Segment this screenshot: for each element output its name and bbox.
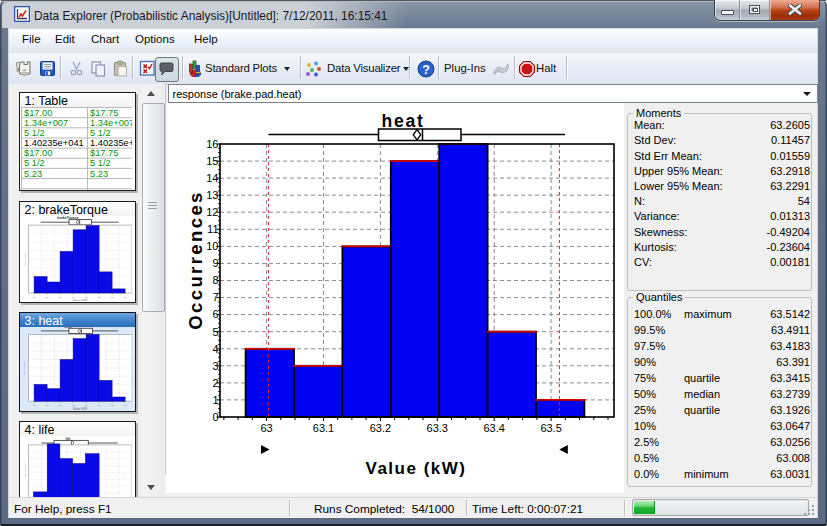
svg-text:5 1/2: 5 1/2: [24, 158, 45, 168]
svg-text:63.1: 63.1: [313, 422, 334, 434]
svg-text:Value (kW): Value (kW): [72, 406, 87, 409]
svg-text:$17.00: $17.00: [24, 148, 52, 158]
svg-text:$17.75: $17.75: [90, 148, 118, 158]
svg-text:63: 63: [45, 296, 48, 299]
svg-text:63: 63: [260, 422, 272, 434]
svg-text:5 1/2: 5 1/2: [90, 128, 111, 138]
svg-text:Occurrences: Occurrences: [23, 251, 26, 265]
svg-text:63: 63: [123, 403, 126, 406]
svg-text:11: 11: [207, 223, 218, 235]
svg-text:63: 63: [58, 403, 61, 406]
svg-text:?: ?: [422, 63, 430, 77]
svg-text:$17.00: $17.00: [24, 108, 52, 118]
svg-text:Value (kW): Value (kW): [72, 299, 87, 301]
svg-text:6: 6: [212, 308, 218, 320]
svg-text:5 1/2: 5 1/2: [24, 128, 45, 138]
svg-text:63: 63: [97, 403, 100, 406]
svg-text:63: 63: [32, 403, 35, 406]
svg-text:13: 13: [206, 189, 218, 201]
svg-text:1.34e+007: 1.34e+007: [24, 118, 68, 128]
svg-text:14: 14: [206, 172, 218, 184]
svg-text:Value (kW): Value (kW): [366, 459, 467, 478]
svg-text:5 1/2: 5 1/2: [90, 158, 111, 168]
svg-text:$17.75: $17.75: [90, 108, 118, 118]
svg-text:12: 12: [206, 206, 218, 218]
svg-text:9: 9: [212, 257, 218, 269]
svg-text:1.40235e+: 1.40235e+: [90, 138, 132, 148]
svg-text:4: 4: [212, 343, 218, 355]
svg-text:63.3: 63.3: [427, 422, 448, 434]
svg-text:63: 63: [123, 296, 126, 299]
svg-text:8: 8: [212, 274, 218, 286]
svg-text:1.40235e+041: 1.40235e+041: [24, 138, 84, 148]
svg-text:63: 63: [110, 296, 113, 299]
svg-text:63: 63: [45, 403, 48, 406]
svg-text:Occurrences: Occurrences: [23, 360, 26, 374]
svg-text:1.34e+007: 1.34e+007: [90, 118, 132, 128]
svg-text:heat: heat: [381, 111, 424, 131]
svg-text:7: 7: [212, 291, 218, 303]
svg-text:5: 5: [212, 326, 218, 338]
svg-text:63: 63: [110, 403, 113, 406]
svg-text:16: 16: [206, 138, 218, 150]
svg-text:0: 0: [212, 411, 218, 423]
svg-text:5.23: 5.23: [90, 169, 108, 179]
svg-text:Occurrences: Occurrences: [23, 462, 26, 476]
svg-text:63: 63: [32, 296, 35, 299]
svg-text:Occurrences: Occurrences: [185, 190, 206, 330]
svg-text:63.4: 63.4: [483, 422, 504, 434]
svg-text:15: 15: [206, 155, 218, 167]
svg-text:63.5: 63.5: [540, 422, 561, 434]
svg-text:3: 3: [212, 360, 218, 372]
svg-text:10: 10: [206, 240, 218, 252]
svg-text:63.2: 63.2: [370, 422, 391, 434]
svg-text:5.23: 5.23: [24, 169, 42, 179]
svg-text:2: 2: [212, 377, 218, 389]
svg-text:1: 1: [212, 394, 218, 406]
svg-text:63: 63: [97, 296, 100, 299]
svg-text:63: 63: [58, 296, 61, 299]
